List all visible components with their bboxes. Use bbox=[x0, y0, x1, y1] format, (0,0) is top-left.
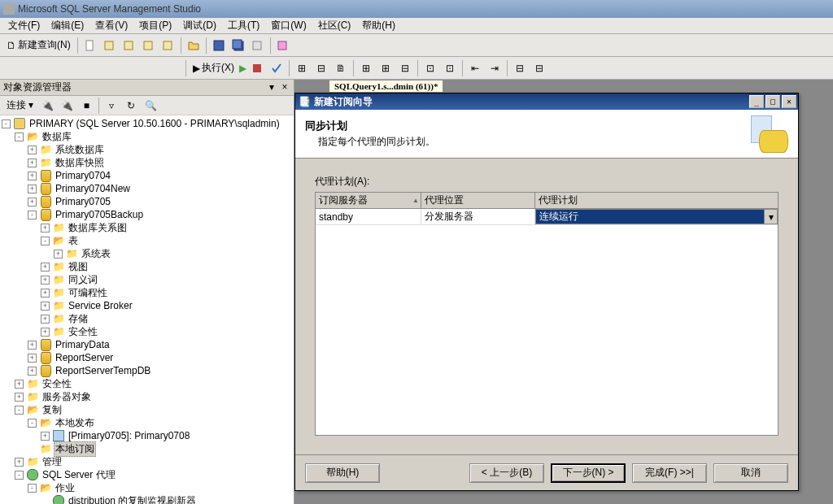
toolbar-btn-icon[interactable]: ⊞ bbox=[293, 59, 311, 77]
tree-expander[interactable]: - bbox=[15, 471, 24, 480]
tree-expander[interactable]: + bbox=[41, 432, 50, 441]
tree-expander[interactable]: + bbox=[28, 341, 37, 350]
toolbar-new4-icon[interactable] bbox=[159, 37, 177, 54]
toolbar-new3-icon[interactable] bbox=[140, 37, 158, 54]
tree-dbsnap[interactable]: 数据库快照 bbox=[54, 156, 106, 170]
grid-col-plan[interactable]: 代理计划 bbox=[535, 193, 778, 208]
tree-diagram[interactable]: 数据库关系图 bbox=[67, 221, 129, 235]
tree-db[interactable]: Primary0704 bbox=[54, 170, 112, 181]
tree-expander[interactable]: - bbox=[41, 237, 50, 245]
toolbar-new-icon[interactable] bbox=[101, 37, 119, 54]
tree-expander[interactable]: - bbox=[28, 419, 37, 428]
tree-server-node[interactable]: PRIMARY (SQL Server 10.50.1600 - PRIMARY… bbox=[28, 118, 281, 129]
wizard-titlebar[interactable]: 📑 新建订阅向导 _ □ ✕ bbox=[295, 93, 798, 110]
tree-db[interactable]: ReportServer bbox=[54, 352, 115, 363]
panel-close-icon[interactable]: × bbox=[279, 82, 290, 93]
next-button[interactable]: 下一步(N) > bbox=[551, 463, 626, 483]
toolbar-activity-icon[interactable] bbox=[274, 37, 292, 54]
tree-expander[interactable]: + bbox=[41, 263, 50, 272]
explorer-search-icon[interactable]: 🔍 bbox=[142, 97, 159, 115]
menu-edit[interactable]: 编辑(E) bbox=[46, 17, 89, 34]
toolbar-indent-out-icon[interactable]: ⇤ bbox=[466, 59, 484, 77]
toolbar-btn4-icon[interactable]: ⊞ bbox=[357, 59, 375, 77]
tree-db[interactable]: Primary0705Backup bbox=[54, 209, 145, 220]
menu-debug[interactable]: 调试(D) bbox=[178, 17, 221, 34]
tree-expander[interactable]: + bbox=[41, 224, 50, 232]
cancel-button[interactable]: 取消 bbox=[713, 463, 788, 483]
finish-button[interactable]: 完成(F) >>| bbox=[632, 463, 707, 483]
help-button[interactable]: 帮助(H) bbox=[305, 463, 380, 483]
toolbar-open-icon[interactable] bbox=[185, 37, 203, 54]
close-button[interactable]: ✕ bbox=[782, 95, 796, 108]
menu-tools[interactable]: 工具(T) bbox=[223, 17, 264, 34]
tree-jobs[interactable]: 作业 bbox=[54, 481, 76, 495]
menu-project[interactable]: 项目(P) bbox=[134, 17, 177, 34]
tree-storage[interactable]: 存储 bbox=[67, 312, 89, 326]
tree-db[interactable]: ReportServerTempDB bbox=[54, 365, 152, 376]
tree-expander[interactable]: + bbox=[41, 315, 50, 324]
toolbar-uncomment-icon[interactable]: ⊟ bbox=[530, 59, 548, 77]
toolbar-stop-icon[interactable] bbox=[248, 59, 266, 77]
menu-window[interactable]: 窗口(W) bbox=[266, 17, 311, 34]
tree-expander[interactable]: + bbox=[15, 393, 24, 402]
tree-replication[interactable]: 复制 bbox=[41, 403, 63, 417]
toolbar-saveall-icon[interactable] bbox=[229, 37, 247, 54]
agent-plan-combobox[interactable]: 连续运行 ▾ bbox=[535, 209, 778, 224]
grid-col-location[interactable]: 代理位置 bbox=[421, 193, 535, 208]
tree-localpub[interactable]: 本地发布 bbox=[54, 416, 96, 430]
menu-view[interactable]: 查看(V) bbox=[90, 17, 133, 34]
execute-button[interactable]: ▶ 执行(X) bbox=[190, 59, 238, 76]
tree-expander[interactable]: + bbox=[41, 302, 50, 311]
chevron-down-icon[interactable]: ▾ bbox=[764, 210, 777, 224]
tree-expander[interactable]: + bbox=[54, 250, 63, 259]
toolbar-new2-icon[interactable] bbox=[120, 37, 138, 54]
document-tab[interactable]: SQLQuery1.s...dmin (61))* bbox=[329, 80, 443, 93]
object-explorer-tree[interactable]: -PRIMARY (SQL Server 10.50.1600 - PRIMAR… bbox=[0, 115, 294, 504]
tree-expander[interactable]: + bbox=[15, 380, 24, 389]
refresh-icon[interactable]: ↻ bbox=[122, 97, 140, 115]
tree-agent[interactable]: SQL Server 代理 bbox=[41, 468, 117, 482]
tree-expander[interactable]: - bbox=[28, 211, 37, 219]
filter-icon[interactable]: ▿ bbox=[102, 97, 120, 115]
tree-expander[interactable]: + bbox=[41, 276, 50, 285]
tree-db[interactable]: PrimaryData bbox=[54, 339, 111, 350]
toolbar-btn5-icon[interactable]: ⊞ bbox=[377, 59, 395, 77]
toolbar-indent-in-icon[interactable]: ⇥ bbox=[486, 59, 504, 77]
tree-databases[interactable]: 数据库 bbox=[41, 130, 73, 144]
tree-db[interactable]: Primary0705 bbox=[54, 196, 112, 207]
toolbar-btn7-icon[interactable]: ⊡ bbox=[421, 59, 439, 77]
tree-publication[interactable]: [Primary0705]: Primary0708 bbox=[67, 430, 191, 441]
toolbar-more-icon[interactable] bbox=[249, 37, 267, 54]
minimize-button[interactable]: _ bbox=[749, 95, 764, 108]
toolbar-btn6-icon[interactable]: ⊟ bbox=[396, 59, 414, 77]
tree-expander[interactable]: + bbox=[28, 354, 37, 363]
tree-expander[interactable]: - bbox=[15, 406, 24, 415]
tree-db[interactable]: Primary0704New bbox=[54, 183, 132, 194]
tree-expander[interactable]: + bbox=[28, 367, 37, 376]
tree-management[interactable]: 管理 bbox=[41, 455, 63, 469]
tree-expander[interactable]: - bbox=[2, 119, 11, 128]
toolbar-comment-icon[interactable]: ⊟ bbox=[511, 59, 529, 77]
tree-expander[interactable]: + bbox=[28, 159, 37, 167]
tree-sysdb[interactable]: 系统数据库 bbox=[54, 143, 106, 157]
grid-row[interactable]: standby 分发服务器 连续运行 ▾ bbox=[316, 209, 778, 225]
tree-synonyms[interactable]: 同义词 bbox=[67, 273, 99, 287]
tree-expander[interactable]: + bbox=[28, 185, 37, 193]
stop-icon[interactable]: ■ bbox=[77, 97, 95, 115]
tree-job[interactable]: distribution 的复制监视刷新器 bbox=[67, 494, 198, 505]
toolbar-btn2-icon[interactable]: ⊟ bbox=[312, 59, 330, 77]
tree-serverobjects[interactable]: 服务器对象 bbox=[41, 390, 93, 404]
tree-programmability[interactable]: 可编程性 bbox=[67, 286, 109, 300]
tree-expander[interactable]: + bbox=[28, 146, 37, 154]
toolbar-save-icon[interactable] bbox=[210, 37, 228, 54]
tree-expander[interactable]: - bbox=[28, 484, 37, 493]
toolbar-btn8-icon[interactable]: ⊡ bbox=[441, 59, 459, 77]
tree-tables[interactable]: 表 bbox=[67, 234, 80, 248]
tree-expander[interactable]: + bbox=[15, 458, 24, 467]
disconnect-icon[interactable]: 🔌 bbox=[58, 97, 76, 115]
toolbar-parse-icon[interactable] bbox=[268, 59, 286, 77]
tree-systables[interactable]: 系统表 bbox=[80, 247, 112, 261]
toolbar-new-file-icon[interactable] bbox=[81, 37, 99, 54]
menu-help[interactable]: 帮助(H) bbox=[357, 17, 400, 34]
tree-expander[interactable]: - bbox=[15, 133, 24, 141]
